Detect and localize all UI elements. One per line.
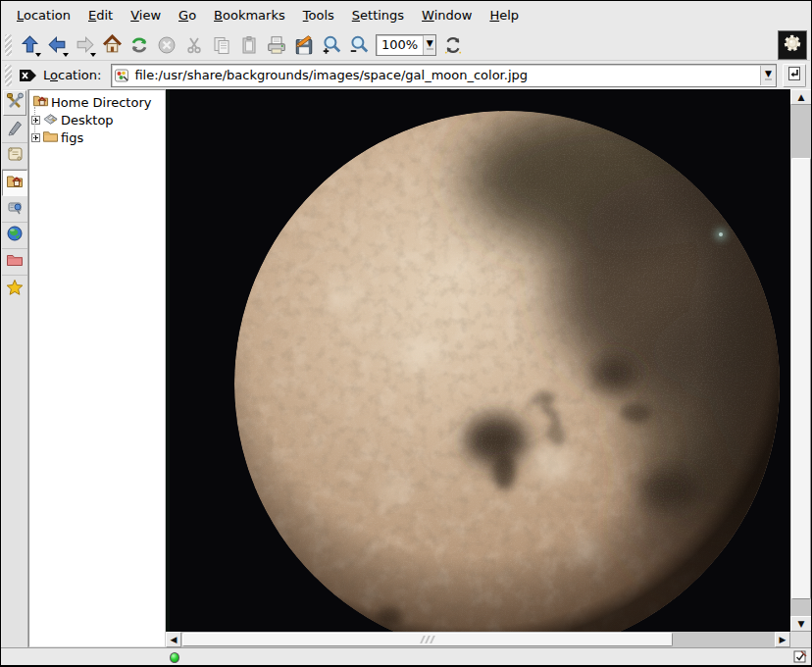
zoom-in-button[interactable] [318, 31, 345, 59]
menu-window[interactable]: Window [413, 4, 481, 26]
toolbar-drag-handle[interactable] [5, 34, 12, 56]
horizontal-scrollbar[interactable]: ◀ ▶ [166, 632, 790, 647]
red-folder-icon [6, 251, 24, 273]
location-url-text[interactable]: file:/usr/share/backgrounds/images/space… [129, 68, 760, 82]
print-icon [266, 34, 287, 56]
sidebar-tab-home-directory[interactable] [2, 170, 27, 196]
zoom-level-value: 100% [377, 37, 423, 52]
zoom-level-combobox[interactable]: 100% ▼ [376, 34, 436, 56]
sidebar-tab-network[interactable] [2, 223, 27, 249]
zoom-out-button[interactable] [345, 31, 373, 59]
reload-icon [128, 34, 150, 56]
history-scroll-icon [6, 145, 24, 167]
star-icon [6, 279, 24, 300]
vertical-scrollbar-thumb[interactable] [791, 158, 811, 599]
cut-button-disabled [180, 31, 208, 59]
go-enter-icon [787, 66, 802, 84]
home-button[interactable] [98, 31, 126, 59]
up-dropdown-caret[interactable] [35, 53, 41, 57]
forward-dropdown-caret[interactable] [90, 53, 96, 57]
print-button[interactable] [263, 31, 290, 59]
home-icon [102, 34, 123, 55]
active-view-led [170, 652, 179, 663]
menu-view[interactable]: View [122, 4, 170, 26]
sidebar-tabstrip [2, 89, 28, 647]
main-toolbar: 100% ▼ [2, 29, 810, 61]
desktop-icon [42, 111, 59, 129]
tree-item-home-directory[interactable]: Home Directory [29, 93, 165, 111]
scroll-left-button[interactable]: ◀ [166, 632, 181, 647]
folder-home-icon [6, 173, 24, 194]
stop-button-disabled [153, 31, 180, 59]
sidebar-tab-history[interactable] [2, 143, 27, 170]
folder-icon [42, 128, 59, 147]
menu-edit[interactable]: Edit [79, 4, 122, 26]
menu-location[interactable]: Location [8, 4, 79, 26]
stop-icon [157, 35, 177, 55]
figs-expander-plus[interactable] [31, 133, 40, 142]
vertical-scrollbar[interactable]: ▲ ▼ [790, 89, 812, 632]
sidebar-tab-bookmarks[interactable] [2, 276, 27, 302]
scrollbar-corner [790, 632, 812, 647]
horizontal-scrollbar-thumb[interactable] [182, 633, 673, 646]
menu-tools[interactable]: Tools [294, 4, 343, 26]
sidebar-tab-print-services[interactable] [2, 196, 27, 223]
scroll-up-button[interactable]: ▲ [790, 89, 812, 105]
konqueror-window: Location Edit View Go Bookmarks Tools Se… [0, 0, 812, 667]
menu-settings[interactable]: Settings [343, 4, 413, 26]
tree-item-figs[interactable]: figs [29, 128, 165, 146]
kde-throbber[interactable] [778, 30, 807, 60]
sidebar-tab-config-tools[interactable] [3, 90, 26, 116]
location-toolbar: Location: file:/usr/share/backgrounds/im… [2, 61, 810, 89]
location-combobox-arrow[interactable]: ▼ [760, 66, 776, 85]
services-icon [6, 198, 24, 220]
menu-go[interactable]: Go [170, 4, 205, 26]
image-view[interactable] [166, 89, 790, 632]
scroll-right-button[interactable]: ▶ [775, 632, 790, 647]
cut-scissors-icon [184, 35, 204, 55]
status-bar [1, 647, 812, 666]
sidebar-file-tree: Home Directory Desktop figs [28, 89, 166, 647]
save-as-button[interactable] [290, 31, 318, 59]
floppy-pencil-icon [293, 34, 315, 56]
gray-pen-icon [6, 119, 24, 140]
kde-gear-icon [782, 32, 803, 58]
clear-location-button[interactable] [16, 64, 41, 87]
moon-image [166, 89, 790, 632]
location-label: Location: [43, 68, 101, 82]
zoom-combobox-arrow[interactable]: ▼ [423, 35, 435, 55]
html-settings-flag-icon[interactable] [793, 648, 807, 667]
clear-location-icon [19, 68, 38, 83]
image-mime-icon [115, 69, 129, 82]
sidebar-tab-root-folder[interactable] [2, 249, 27, 276]
rotate-button[interactable] [439, 31, 467, 59]
paste-icon [239, 35, 259, 55]
tree-connector-line [34, 107, 35, 138]
paste-button-disabled [235, 31, 263, 59]
zoom-in-icon [321, 34, 342, 56]
up-button[interactable] [16, 31, 43, 59]
menu-bar: Location Edit View Go Bookmarks Tools Se… [2, 1, 810, 29]
back-button[interactable] [43, 31, 71, 59]
go-button[interactable] [783, 64, 806, 87]
globe-icon [6, 225, 24, 246]
tree-item-desktop[interactable]: Desktop [29, 111, 165, 128]
reload-button[interactable] [126, 31, 153, 59]
desktop-expander-plus[interactable] [31, 116, 40, 125]
copy-icon [212, 35, 231, 55]
scroll-down-button[interactable]: ▼ [790, 616, 812, 632]
copy-button-disabled [208, 31, 235, 59]
rotate-icon [442, 34, 464, 56]
menu-help[interactable]: Help [481, 4, 528, 26]
zoom-out-icon [348, 34, 370, 56]
forward-button-disabled [71, 31, 98, 59]
location-input[interactable]: file:/usr/share/backgrounds/images/space… [111, 64, 777, 87]
tools-icon [6, 92, 24, 114]
menu-bookmarks[interactable]: Bookmarks [205, 4, 294, 26]
locbar-drag-handle[interactable] [5, 65, 12, 86]
back-dropdown-caret[interactable] [63, 53, 69, 57]
sidebar-tab-annotate-pen[interactable] [2, 117, 27, 143]
